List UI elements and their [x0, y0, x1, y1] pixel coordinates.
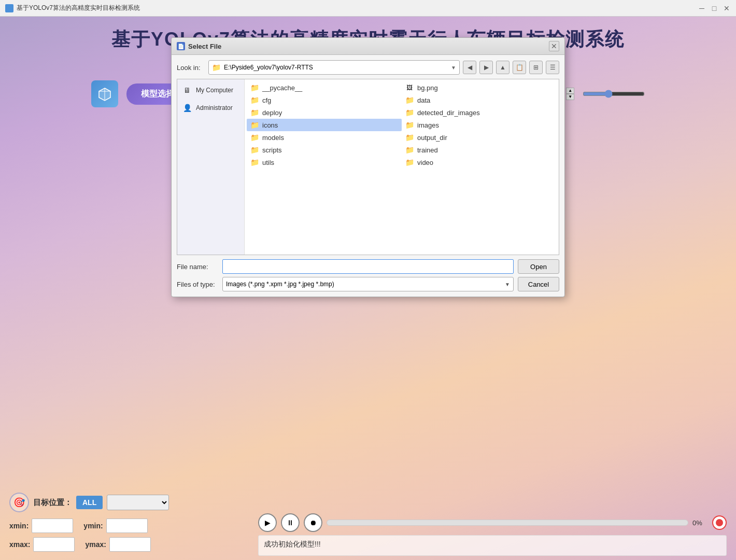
file-name: trained	[417, 146, 438, 154]
file-item-trained[interactable]: 📁 trained	[402, 144, 557, 156]
minimize-button[interactable]: ─	[698, 4, 706, 12]
file-item-pycache[interactable]: 📁 __pycache__	[247, 81, 402, 94]
folder-icon: 📁	[250, 158, 259, 167]
folder-icon: 📁	[405, 145, 414, 155]
filename-label: File name:	[177, 263, 218, 271]
app-container: 基于YOLOv7算法的高精度实时雾天行人车辆目标检测系统 CSDN： BestS…	[0, 17, 736, 560]
folder-icon: 📁	[250, 120, 259, 130]
title-bar: 基于YOLOv7算法的高精度实时目标检测系统 ─ □ ✕	[0, 0, 736, 17]
file-name: models	[262, 134, 284, 142]
file-item-icons[interactable]: 📁 icons	[247, 119, 402, 131]
folder-icon: 📁	[405, 133, 414, 142]
nav-back-button[interactable]: ◀	[463, 61, 476, 74]
file-item-scripts[interactable]: 📁 scripts	[247, 144, 402, 156]
file-item-utils[interactable]: 📁 utils	[247, 156, 402, 169]
folder-icon: 📁	[250, 145, 259, 155]
close-button[interactable]: ✕	[723, 4, 731, 12]
cancel-button[interactable]: Cancel	[518, 277, 559, 291]
file-name: data	[417, 96, 430, 104]
folder-icon: 📁	[250, 83, 259, 92]
folder-icon: 📁	[405, 158, 414, 167]
file-item-data[interactable]: 📁 data	[402, 94, 557, 106]
computer-icon: 🖥	[181, 85, 193, 96]
folder-icon: 📁	[250, 133, 259, 142]
filetype-text: Images (*.png *.xpm *.jpg *.jpeg *.bmp)	[226, 281, 505, 288]
filename-input[interactable]	[222, 259, 514, 274]
place-administrator[interactable]: 👤 Administrator	[177, 99, 244, 117]
file-name: cfg	[262, 96, 271, 104]
file-name: __pycache__	[262, 84, 302, 92]
nav-recent-button[interactable]: 📋	[513, 61, 526, 74]
place-my-computer-label: My Computer	[196, 87, 233, 94]
file-name: detected_dir_images	[417, 109, 480, 117]
look-in-label: Look in:	[177, 64, 205, 72]
folder-icon: 📁	[405, 95, 414, 105]
folder-icon: 📁	[250, 95, 259, 105]
nav-grid-view-button[interactable]: ⊞	[529, 61, 543, 74]
file-item-deploy[interactable]: 📁 deploy	[247, 106, 402, 119]
file-item-images[interactable]: 📁 images	[402, 119, 557, 131]
maximize-button[interactable]: □	[710, 4, 718, 12]
file-name: utils	[262, 159, 274, 166]
file-item-detected-dir-images[interactable]: 📁 detected_dir_images	[402, 106, 557, 119]
file-item-cfg[interactable]: 📁 cfg	[247, 94, 402, 106]
dialog-icon: 📄	[177, 42, 185, 50]
folder-icon: 📁	[250, 108, 259, 117]
filetype-combo[interactable]: Images (*.png *.xpm *.jpg *.jpeg *.bmp) …	[222, 277, 514, 291]
file-name: deploy	[262, 109, 282, 117]
look-in-path: E:\Pyside6_yolov7\yolov7-RTTS	[224, 64, 451, 71]
file-name: scripts	[262, 146, 282, 154]
title-bar-controls: ─ □ ✕	[698, 4, 731, 12]
file-list: 📁 __pycache__ 🖼 bg.png 📁 cfg	[245, 79, 559, 255]
dialog-title: Select File	[188, 43, 549, 50]
title-bar-text: 基于YOLOv7算法的高精度实时目标检测系统	[17, 4, 698, 12]
place-my-computer[interactable]: 🖥 My Computer	[177, 81, 244, 99]
file-name: video	[417, 159, 433, 166]
folder-icon: 📁	[405, 120, 414, 130]
filename-row: File name: Open	[177, 259, 559, 274]
dialog-close-button[interactable]: ✕	[549, 41, 559, 51]
filetype-arrow-icon: ▼	[505, 282, 510, 287]
file-name: images	[417, 121, 439, 129]
dialog-title-bar: 📄 Select File ✕	[172, 38, 564, 55]
file-item-video[interactable]: 📁 video	[402, 156, 557, 169]
file-item-models[interactable]: 📁 models	[247, 131, 402, 144]
select-file-dialog: 📄 Select File ✕ Look in: 📁 E:\Pyside6_yo…	[171, 37, 565, 297]
file-browser: 🖥 My Computer 👤 Administrator 📁	[177, 79, 559, 255]
file-name: output_dir	[417, 134, 447, 142]
filetype-row: Files of type: Images (*.png *.xpm *.jpg…	[177, 277, 559, 291]
file-places-panel: 🖥 My Computer 👤 Administrator	[177, 79, 245, 255]
dialog-body: Look in: 📁 E:\Pyside6_yolov7\yolov7-RTTS…	[172, 55, 564, 297]
nav-list-view-button[interactable]: ☰	[546, 61, 559, 74]
image-file-icon: 🖼	[405, 83, 414, 92]
dialog-overlay: 📄 Select File ✕ Look in: 📁 E:\Pyside6_yo…	[0, 17, 736, 560]
place-admin-label: Administrator	[196, 104, 233, 111]
open-button[interactable]: Open	[518, 259, 559, 274]
filetype-label: Files of type:	[177, 281, 218, 288]
file-item-output-dir[interactable]: 📁 output_dir	[402, 131, 557, 144]
look-in-arrow-icon: ▼	[451, 65, 456, 71]
app-icon	[5, 4, 13, 12]
nav-up-button[interactable]: ▲	[496, 61, 509, 74]
folder-icon: 📁	[405, 108, 414, 117]
nav-forward-button[interactable]: ▶	[479, 61, 493, 74]
file-item-bgpng[interactable]: 🖼 bg.png	[402, 81, 557, 94]
user-icon: 👤	[181, 102, 193, 114]
look-in-row: Look in: 📁 E:\Pyside6_yolov7\yolov7-RTTS…	[177, 60, 559, 75]
file-name: bg.png	[417, 84, 438, 92]
file-name: icons	[262, 121, 278, 129]
look-in-combo[interactable]: 📁 E:\Pyside6_yolov7\yolov7-RTTS ▼	[208, 60, 460, 75]
